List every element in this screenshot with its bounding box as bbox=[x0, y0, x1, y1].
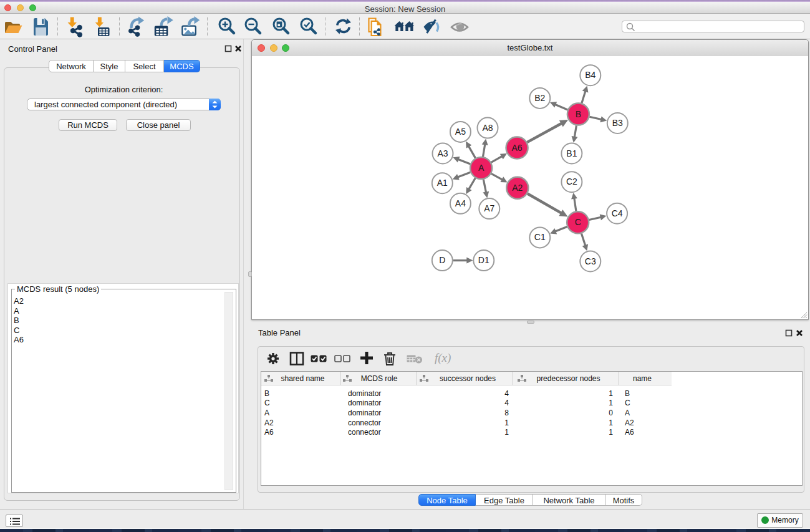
svg-text:A3: A3 bbox=[437, 148, 448, 158]
svg-text:C1: C1 bbox=[534, 232, 546, 242]
svg-text:B3: B3 bbox=[612, 118, 623, 128]
svg-text:A2: A2 bbox=[512, 183, 523, 193]
svg-text:D1: D1 bbox=[478, 255, 489, 265]
svg-text:C4: C4 bbox=[612, 208, 623, 218]
svg-text:B: B bbox=[576, 109, 581, 119]
svg-text:C3: C3 bbox=[585, 256, 596, 266]
svg-text:C: C bbox=[575, 217, 581, 227]
svg-text:B2: B2 bbox=[534, 93, 545, 103]
svg-text:A4: A4 bbox=[455, 198, 466, 208]
svg-text:A7: A7 bbox=[484, 203, 494, 213]
svg-text:A: A bbox=[478, 163, 485, 173]
svg-text:A6: A6 bbox=[512, 143, 523, 153]
svg-text:A1: A1 bbox=[437, 178, 448, 188]
svg-text:A8: A8 bbox=[482, 123, 493, 133]
svg-text:C2: C2 bbox=[566, 177, 577, 186]
svg-text:B1: B1 bbox=[566, 148, 577, 158]
svg-text:D: D bbox=[439, 255, 445, 265]
svg-text:A5: A5 bbox=[455, 127, 466, 137]
svg-text:B4: B4 bbox=[585, 70, 595, 80]
